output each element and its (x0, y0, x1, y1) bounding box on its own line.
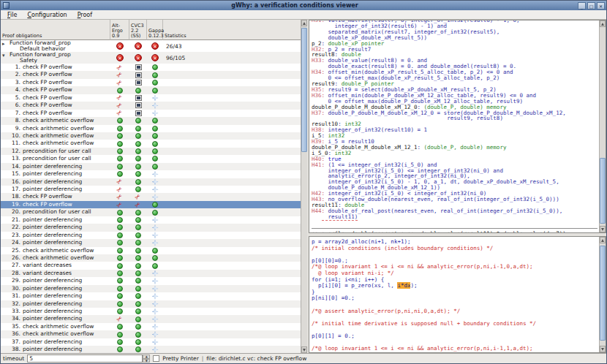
column-header-proof-obligations[interactable]: Proof obligations (1, 20, 110, 40)
close-button[interactable]: ✕ (597, 2, 605, 10)
proof-row[interactable]: 19.check FP overflow (1, 201, 301, 208)
prover-result-cell (147, 285, 163, 292)
proof-row[interactable]: 17.pointer dereferencing (1, 186, 301, 193)
proof-row[interactable]: 9.check arithmetic overflow (1, 125, 301, 132)
proof-row[interactable]: 25.check arithmetic overflow (1, 247, 301, 254)
code-line: p[0][1] = 0.; (312, 333, 599, 340)
scroll-down-icon[interactable] (600, 346, 606, 352)
proof-row[interactable]: 38.pointer dereferencing (1, 346, 301, 353)
proof-row[interactable]: 32.pointer dereferencing (1, 300, 301, 308)
timeout-value[interactable]: 5 (27, 354, 143, 363)
scroll-up-icon[interactable] (600, 237, 606, 243)
proof-row[interactable]: 18.check FP overflow (1, 193, 301, 200)
proof-row-label: ▸Function forward_propDefault behavior (1, 40, 110, 52)
proof-row[interactable]: 22.pointer dereferencing (1, 224, 301, 231)
scroll-down-icon[interactable] (301, 346, 307, 353)
valid-icon (135, 278, 141, 284)
prover-result-cell (110, 133, 129, 139)
proof-row[interactable]: 35.check arithmetic overflow (1, 323, 301, 330)
proof-row[interactable]: 28.variant decreases (1, 270, 301, 277)
proof-row[interactable]: 27.variant decreases (1, 262, 301, 269)
source-scrollbar-thumb[interactable] (600, 246, 606, 341)
valid-icon (117, 141, 123, 147)
valid-icon (135, 88, 141, 94)
proof-row[interactable]: 8.check arithmetic overflow (1, 117, 301, 124)
vc-scrollbar[interactable] (599, 20, 606, 232)
proof-row[interactable]: ▾Function forward_propSafety96/105 (1, 52, 301, 64)
proof-row[interactable]: 23.pointer dereferencing (1, 232, 301, 239)
scissors-icon (116, 178, 124, 185)
proof-row[interactable]: 29.pointer dereferencing (1, 277, 301, 284)
proof-row[interactable]: 34.pointer dereferencing (1, 315, 301, 322)
proof-row[interactable]: 24.pointer dereferencing (1, 239, 301, 246)
proof-row[interactable]: 30.pointer dereferencing (1, 285, 301, 292)
proof-row[interactable]: 37.pointer dereferencing (1, 338, 301, 346)
proof-row[interactable]: ▸Function forward_propDefault behavior26… (1, 40, 301, 52)
chevron-down-icon[interactable]: ▾ (2, 53, 5, 58)
proof-row[interactable]: 20.precondition for user call (1, 208, 301, 216)
column-header-statistics[interactable]: Statistics (163, 20, 301, 40)
proof-row-label: 38.pointer dereferencing (1, 346, 110, 353)
tree-scrollbar[interactable] (301, 20, 307, 353)
menu-configuration[interactable]: Configuration (22, 12, 72, 18)
scroll-down-icon[interactable] (600, 226, 606, 232)
scroll-up-icon[interactable] (301, 20, 307, 26)
proof-row-label: 21.pointer dereferencing (1, 216, 110, 224)
valid-icon (117, 148, 123, 154)
valid-icon (135, 186, 141, 192)
valid-icon (117, 88, 123, 94)
obligation-label: pointer dereferencing (23, 346, 82, 352)
source-scrollbar[interactable] (599, 237, 606, 352)
proof-row[interactable]: 10.check arithmetic overflow (1, 132, 301, 140)
proof-row[interactable]: 3.check FP overflow (1, 79, 301, 86)
timeout-spinbox[interactable]: 5 ▲ ▼ (27, 354, 150, 363)
pretty-printer-checkbox[interactable] (153, 355, 159, 362)
obligation-label: pointer dereferencing (23, 170, 82, 177)
column-header-gappa[interactable]: Gappa 0.12.3 (147, 20, 163, 40)
proof-row[interactable]: 4.check FP overflow (1, 86, 301, 94)
spin-down-icon[interactable]: ▼ (143, 359, 150, 363)
proof-row[interactable]: 11.check arithmetic overflow (1, 140, 301, 147)
proof-row[interactable]: 21.pointer dereferencing (1, 216, 301, 224)
scroll-up-icon[interactable] (600, 20, 606, 27)
proof-row[interactable]: 15.pointer dereferencing (1, 170, 301, 178)
prover-result-cell (110, 217, 129, 223)
proof-row-label: 26.check arithmetic overflow (1, 254, 110, 262)
group-title: Function forward_prop (1, 52, 110, 58)
proof-row[interactable]: 7.check FP overflow (1, 110, 301, 117)
menu-file[interactable]: File (2, 12, 22, 18)
proof-row[interactable]: 1.check FP overflow (1, 64, 301, 71)
vc-scrollbar-thumb[interactable] (600, 158, 606, 224)
proof-row[interactable]: 6.check FP overflow (1, 102, 301, 109)
right-panel: H31: valid_matrix(result7, 0, integer_of… (309, 20, 606, 353)
column-header-alt-ergo[interactable]: Alt-Ergo 0.9 (110, 20, 129, 40)
proof-row[interactable]: 31.pointer dereferencing (1, 292, 301, 300)
proof-row[interactable]: 13.precondition for user call (1, 155, 301, 162)
proof-row[interactable]: 12.precondition for user call (1, 148, 301, 155)
column-header-cvc3[interactable]: CVC3 2.2 (SS) (129, 20, 147, 40)
proof-row[interactable]: 33.pointer dereferencing (1, 308, 301, 315)
maximize-button[interactable]: □ (587, 2, 595, 10)
chevron-right-icon[interactable]: ▸ (2, 41, 5, 47)
proof-row-label: 34.pointer dereferencing (1, 315, 110, 322)
proof-row[interactable]: 36.check arithmetic overflow (1, 330, 301, 338)
timeout-label: timeout (3, 355, 24, 362)
proof-row[interactable]: 5.check FP overflow (1, 94, 301, 102)
obligation-number: 26. (11, 254, 20, 262)
prover-result-cell (129, 126, 147, 132)
tree-scrollbar-thumb[interactable] (301, 28, 307, 152)
minimize-button[interactable]: _ (578, 2, 586, 10)
proof-row[interactable]: 2.check FP overflow (1, 71, 301, 78)
prover-result-cell (129, 286, 147, 292)
menu-proof[interactable]: Proof (72, 12, 97, 18)
valid-icon (117, 240, 123, 246)
proof-row[interactable]: 26.check arithmetic overflow (1, 254, 301, 262)
proof-row[interactable]: 14.pointer dereferencing (1, 163, 301, 170)
proof-row[interactable]: 16.pointer dereferencing (1, 178, 301, 186)
valid-icon (135, 148, 141, 154)
titlebar[interactable]: gWhy: a verification conditions viewer _… (1, 1, 606, 10)
unknown-icon (152, 324, 159, 330)
prover-result-cell (129, 80, 147, 86)
prover-result-cell (129, 210, 147, 216)
prover-result-cell (129, 102, 147, 108)
